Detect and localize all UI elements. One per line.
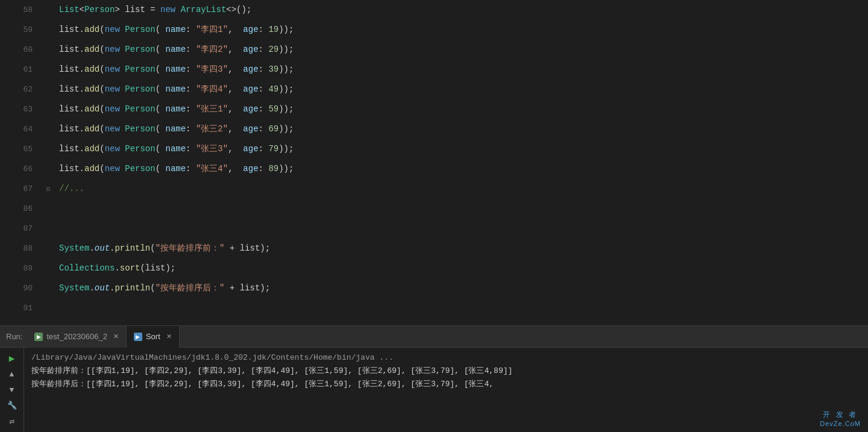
- output-after-sort: 按年龄排序后：[[李四1,19], [李四2,29], [李四3,39], [李…: [31, 378, 861, 391]
- watermark-line1: 开 发 者: [820, 410, 861, 420]
- code-line-62: 62 list.add(new Person( name: "李四4", age…: [0, 80, 868, 99]
- watermark: 开 发 者 DevZe.CoM: [820, 410, 861, 427]
- code-line-90: 90 System.out.println("按年龄排序后：" + list);: [0, 278, 868, 298]
- watermark-line2: DevZe.CoM: [820, 420, 861, 427]
- code-line-61: 61 list.add(new Person( name: "李四3", age…: [0, 60, 868, 80]
- code-line-86: 86: [0, 199, 868, 219]
- wrap-button[interactable]: ⇌: [5, 416, 19, 427]
- tab-sort-close[interactable]: ✕: [166, 333, 172, 340]
- code-line-87: 87: [0, 219, 868, 239]
- panel-tabs: Run: ▶ test_20230606_2 ✕ ▶ Sort ✕: [0, 326, 868, 348]
- code-line-88: 88 System.out.println("按年龄排序前：" + list);: [0, 239, 868, 258]
- tab-test-close[interactable]: ✕: [113, 333, 119, 340]
- scroll-up-button[interactable]: ▲: [5, 369, 19, 380]
- output-before-sort: 按年龄排序前：[[李四1,19], [李四2,29], [李四3,39], [李…: [31, 365, 861, 378]
- run-label: Run:: [6, 332, 22, 341]
- output-path-line: /Library/Java/JavaVirtualMachines/jdk1.8…: [31, 351, 861, 365]
- code-line-65: 65 list.add(new Person( name: "张三3", age…: [0, 139, 868, 159]
- tab-test[interactable]: ▶ test_20230606_2 ✕: [27, 326, 126, 348]
- code-line-64: 64 list.add(new Person( name: "张三2", age…: [0, 119, 868, 139]
- bottom-panel: Run: ▶ test_20230606_2 ✕ ▶ Sort ✕ ▶ ▲ ▼ …: [0, 325, 868, 432]
- settings-button[interactable]: 🔧: [5, 400, 19, 411]
- tab-test-label: test_20230606_2: [46, 332, 107, 341]
- tab-sort-label: Sort: [146, 332, 160, 341]
- panel-content: ▶ ▲ ▼ 🔧 ⇌ /Library/Java/JavaVirtualMachi…: [0, 348, 868, 432]
- code-line-59: 59 list.add(new Person( name: "李四1", age…: [0, 20, 868, 40]
- code-line-66: 66 list.add(new Person( name: "张三4", age…: [0, 159, 868, 179]
- code-line-89: 89 Collections.sort(list);: [0, 258, 868, 278]
- code-line-60: 60 list.add(new Person( name: "李四2", age…: [0, 40, 868, 60]
- code-editor: 58 List<Person> list = new ArrayList<>()…: [0, 0, 868, 325]
- tab-sort-icon: ▶: [134, 333, 142, 341]
- output-area: /Library/Java/JavaVirtualMachines/jdk1.8…: [24, 348, 868, 432]
- run-button[interactable]: ▶: [5, 352, 19, 365]
- tab-sort[interactable]: ▶ Sort ✕: [127, 326, 180, 348]
- code-line-63: 63 list.add(new Person( name: "张三1", age…: [0, 99, 868, 119]
- scroll-down-button[interactable]: ▼: [5, 385, 19, 396]
- panel-toolbar: ▶ ▲ ▼ 🔧 ⇌: [0, 348, 24, 432]
- code-line-58: 58 List<Person> list = new ArrayList<>()…: [0, 0, 868, 20]
- code-line-67: 67 ⊟ //...: [0, 179, 868, 199]
- tab-test-icon: ▶: [34, 333, 43, 341]
- code-line-91: 91: [0, 298, 868, 318]
